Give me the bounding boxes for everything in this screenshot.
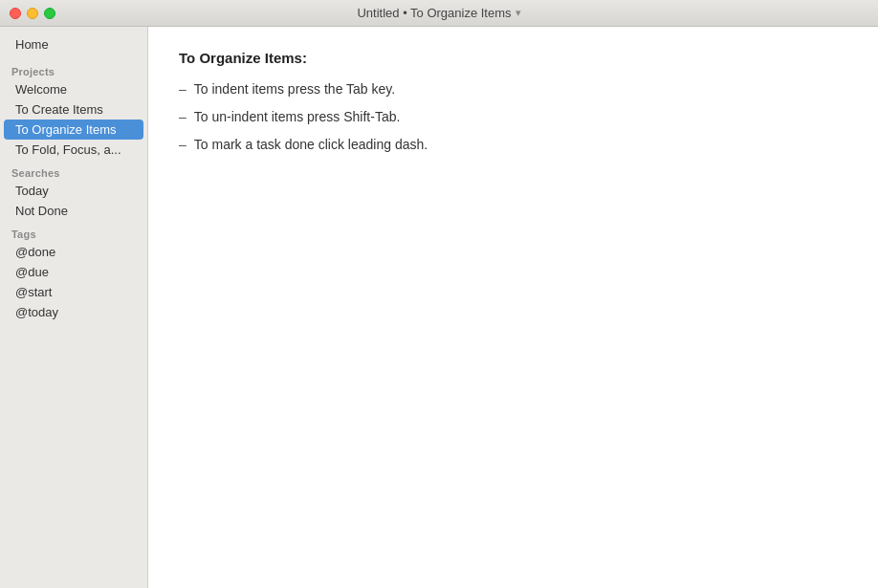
sidebar-item-to-fold-focus[interactable]: To Fold, Focus, a...: [4, 140, 143, 160]
sidebar-item-today-tag[interactable]: @today: [4, 302, 143, 322]
close-button[interactable]: [10, 8, 21, 19]
list-item: –To indent items press the Tab key.: [179, 79, 847, 99]
sidebar-item-not-done[interactable]: Not Done: [4, 201, 143, 221]
sidebar-section-label: Searches: [0, 160, 147, 181]
sidebar-item-done[interactable]: @done: [4, 242, 143, 262]
content-area: To Organize Items: –To indent items pres…: [148, 27, 878, 588]
list-item-text: To un-indent items press Shift-Tab.: [194, 107, 401, 127]
sidebar-item-due[interactable]: @due: [4, 262, 143, 282]
list-item-dash: –: [179, 107, 187, 127]
sidebar-item-today[interactable]: Today: [4, 181, 143, 201]
sidebar-section-label: Tags: [0, 221, 147, 242]
list-item: –To un-indent items press Shift-Tab.: [179, 107, 847, 127]
traffic-lights: [10, 8, 55, 19]
sidebar-section-label: Projects: [0, 58, 147, 79]
titlebar: Untitled • To Organize Items ▾: [0, 0, 878, 27]
sidebar-item-welcome[interactable]: Welcome: [4, 79, 143, 99]
list-item-text: To mark a task done click leading dash.: [194, 135, 428, 155]
sidebar-item-to-create-items[interactable]: To Create Items: [4, 99, 143, 120]
sidebar: Home ProjectsWelcomeTo Create ItemsTo Or…: [0, 27, 148, 588]
list-item: –To mark a task done click leading dash.: [179, 135, 847, 155]
list-item-dash: –: [179, 79, 187, 99]
sidebar-item-start[interactable]: @start: [4, 282, 143, 302]
list-item-dash: –: [179, 135, 187, 155]
main-layout: Home ProjectsWelcomeTo Create ItemsTo Or…: [0, 27, 878, 588]
list-item-text: To indent items press the Tab key.: [194, 79, 395, 99]
minimize-button[interactable]: [27, 8, 38, 19]
sidebar-item-to-organize-items[interactable]: To Organize Items: [4, 120, 143, 140]
title-chevron[interactable]: ▾: [516, 7, 521, 19]
sidebar-item-home[interactable]: Home: [4, 34, 143, 54]
window-title: Untitled • To Organize Items: [357, 6, 511, 20]
maximize-button[interactable]: [44, 8, 55, 19]
content-title: To Organize Items:: [179, 50, 847, 66]
